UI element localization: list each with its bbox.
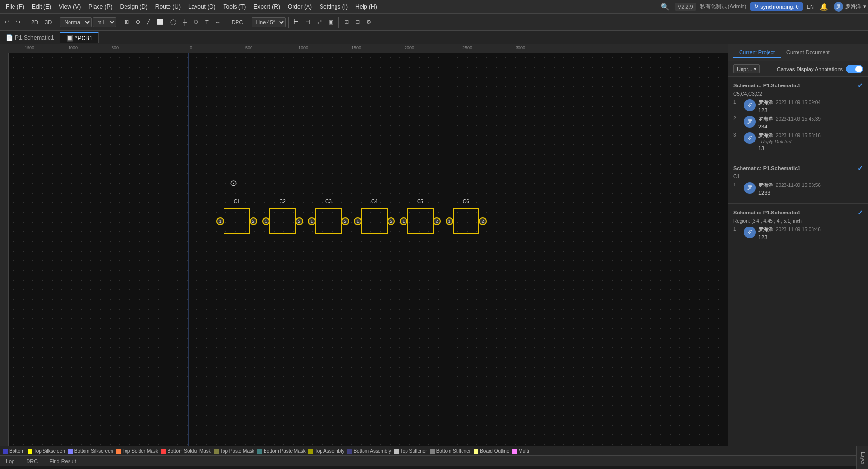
angle-select[interactable]: Line 45° Line 90° [252,17,286,27]
measure-icon[interactable]: ↔ [212,18,224,27]
tab-schematic[interactable]: 📄 P1.Schematic1 [0,32,60,43]
capacitor-c4-pad2[interactable]: 2 [387,217,395,225]
poly-icon[interactable]: ⬡ [191,17,201,27]
canvas-content[interactable]: ⊙ C1 1 2 C2 1 2 C3 [9,53,728,446]
notification-icon[interactable]: 🔔 [818,2,830,12]
menu-item-help[interactable]: Help (H) [351,2,381,11]
capacitor-c5-body[interactable] [407,208,434,234]
capacitor-c4[interactable]: C4 1 2 [354,208,395,234]
drc-button[interactable]: DRC [229,18,246,27]
track-icon[interactable]: ┼ [180,18,190,27]
text-icon[interactable]: T [202,18,211,27]
menu-item-route[interactable]: Route (U) [152,2,184,11]
layer-top-solder-label: Top Solder Mask [122,448,158,454]
capacitor-c6-pad2[interactable]: 2 [479,217,487,225]
bottom-tab-drc[interactable]: DRC [23,457,41,465]
capacitor-c2-pad2[interactable]: 2 [295,217,303,225]
capacitor-c3-pad1[interactable]: 1 [308,217,316,225]
menu-item-settings[interactable]: Settings (I) [316,2,351,11]
capacitor-c2-body[interactable] [269,208,296,234]
menu-item-export[interactable]: Export (R) [250,2,284,11]
menu-item-order[interactable]: Order (A) [284,2,316,11]
layer-bot-stiff[interactable]: Bottom Stiffener [430,448,471,454]
align-right-icon[interactable]: ⊣ [303,17,313,27]
capacitor-c5-pad1[interactable]: 1 [400,217,407,225]
current-project-tab[interactable]: Current Project [733,47,781,58]
capacitor-c4-pad1[interactable]: 1 [354,217,362,225]
pad1-num: 1 [448,219,450,224]
annotation-section-3: Schematic: P1.Schematic1 ✓ Region: [3.4 … [728,204,868,248]
layer-multi[interactable]: Multi [512,448,529,454]
side-tab-layer[interactable]: Layer [857,446,868,469]
2d-view-button[interactable]: 2D [28,18,41,27]
capacitor-c3-pad2[interactable]: 2 [341,217,349,225]
comment-num: 1 [733,99,741,113]
menu-item-layout[interactable]: Layout (O) [184,2,220,11]
capacitor-c1-pad1[interactable]: 1 [216,217,224,225]
snap-icon[interactable]: ⊕ [133,17,143,27]
capacitor-c1-pad2[interactable]: 2 [250,217,257,225]
unit-select[interactable]: mil mm [93,17,116,27]
layer-top-stiff[interactable]: Top Stiffener [394,448,427,454]
capacitor-c6-label: C6 [463,199,469,204]
arc-icon[interactable]: ◯ [168,17,179,27]
group-icon[interactable]: ▣ [325,17,336,27]
menu-item-place[interactable]: Place (P) [84,2,116,11]
comment-user-1: 罗海洋 [758,99,773,106]
layer-top-silk[interactable]: Top Silkscreen [28,448,65,454]
capacitor-c6-pad1[interactable]: 1 [446,217,453,225]
menu-item-edit[interactable]: Edit (E) [28,2,55,11]
search-icon[interactable]: 🔍 [659,2,671,12]
redo-icon[interactable]: ↪ [13,17,23,27]
layer-bot-assy[interactable]: Bottom Assembly [347,448,391,454]
capacitor-c3[interactable]: C3 1 2 [308,208,349,234]
capacitor-c4-body[interactable] [361,208,388,234]
layer-bot-stiff-label: Bottom Stiffener [436,448,471,454]
capacitor-c5-pad2[interactable]: 2 [433,217,441,225]
menu-item-file[interactable]: File (F) [2,2,28,11]
layer-top-assy[interactable]: Top Assembly [308,448,345,454]
export-icon[interactable]: ⊟ [352,17,363,27]
layer-bottom[interactable]: Bottom [3,448,25,454]
layer-bot-silk[interactable]: Bottom Silkscreen [68,448,113,454]
layer-top-silk-color [28,449,32,454]
wire-icon[interactable]: ╱ [144,17,153,27]
unpr-button[interactable]: Unpr... ▾ [733,64,760,73]
bottom-tab-log[interactable]: Log [3,457,17,465]
comment-time-1: 2023-11-09 15:09:04 [776,100,821,105]
layer-bot-solder[interactable]: Bottom Solder Mask [161,448,211,454]
comment-body-1: 罗海洋 2023-11-09 15:09:04 123 [758,99,863,113]
menu-item-view[interactable]: View (V) [55,2,84,11]
menu-item-tools[interactable]: Tools (T) [220,2,250,11]
canvas-area[interactable]: -1500 -1000 -500 0 500 1000 1500 2000 25… [0,44,728,446]
annotation-2-schematic: Schematic: P1.Schematic1 [733,165,800,171]
view-mode-select[interactable]: Normal [60,17,92,27]
undo-icon[interactable]: ↩ [2,17,12,27]
ruler-tick: 2500 [462,45,472,50]
pad-icon[interactable]: ⬜ [154,17,167,27]
settings-gear-icon[interactable]: ⚙ [364,17,374,27]
bottom-tab-find[interactable]: Find Result [46,457,79,465]
ruler-tick: 0 [190,45,192,50]
tab-pcb[interactable]: 🔲 *PCB1 [60,32,99,43]
layer-top-paste[interactable]: Top Paste Mask [214,448,254,454]
import-icon[interactable]: ⊡ [341,17,351,27]
align-left-icon[interactable]: ⊢ [291,17,302,27]
layer-board-outline[interactable]: Board Outline [474,448,509,454]
capacitor-c3-body[interactable] [315,208,342,234]
capacitor-c5[interactable]: C5 1 2 [400,208,441,234]
menu-item-design[interactable]: Design (D) [116,2,152,11]
capacitor-c6[interactable]: C6 1 2 [446,208,487,234]
canvas-display-toggle[interactable] [846,65,863,73]
layer-bot-paste[interactable]: Bottom Paste Mask [257,448,306,454]
capacitor-c2-pad1[interactable]: 1 [262,217,270,225]
current-document-tab[interactable]: Current Document [781,47,836,58]
capacitor-c2[interactable]: C2 1 2 [262,208,303,234]
capacitor-c6-body[interactable] [453,208,479,234]
capacitor-c1[interactable]: C1 1 2 [216,208,257,234]
capacitor-c1-body[interactable] [224,208,250,234]
grid-icon[interactable]: ⊞ [122,17,132,27]
3d-view-button[interactable]: 3D [42,18,55,27]
layer-top-solder[interactable]: Top Solder Mask [116,448,158,454]
flip-icon[interactable]: ⇄ [314,17,324,27]
